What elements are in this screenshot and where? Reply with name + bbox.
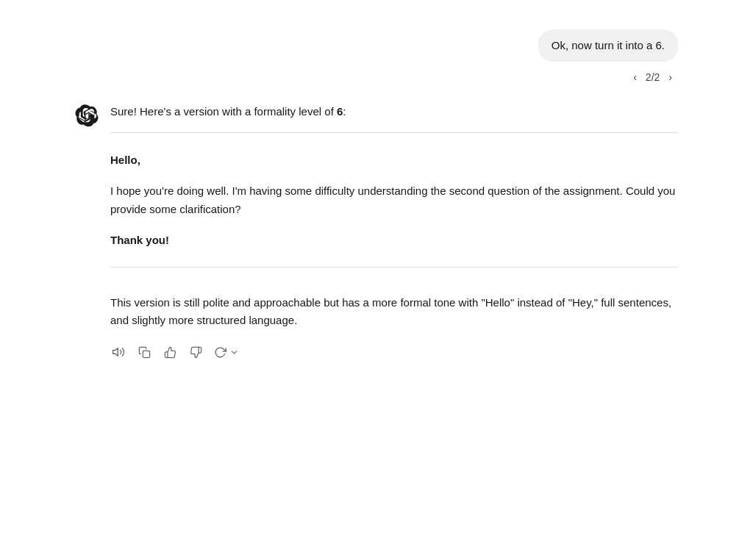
copy-icon [138,346,151,359]
bottom-divider [110,267,678,268]
regenerate-icon [214,346,226,359]
speaker-icon [112,345,125,359]
action-icons-row [75,344,678,367]
user-message-row: Ok, now turn it into a 6. [75,15,678,62]
ai-intro-suffix: : [343,105,346,118]
thumbs-up-button[interactable] [163,345,178,360]
user-message-text: Ok, now turn it into a 6. [552,39,665,51]
chat-container: Ok, now turn it into a 6. ‹ 2/2 › Sure! … [46,0,707,382]
letter-content: Hello, I hope you're doing well. I'm hav… [110,145,678,255]
copy-button[interactable] [137,345,152,360]
ai-avatar [75,104,99,128]
ai-content: Sure! Here's a version with a formality … [110,103,678,279]
ai-intro-text: Sure! Here's a version with a formality … [110,105,337,118]
ai-message-row: Sure! Here's a version with a formality … [75,103,678,279]
speaker-button[interactable] [110,344,126,360]
letter-body: I hope you're doing well. I'm having som… [110,182,678,219]
pagination-prev-button[interactable]: ‹ [630,70,640,85]
top-divider [110,132,678,133]
ai-intro: Sure! Here's a version with a formality … [110,103,678,121]
pagination-indicator: 2/2 [646,69,660,85]
pagination-row: ‹ 2/2 › [75,69,678,85]
thumbs-down-button[interactable] [188,345,204,360]
letter-closing: Thank you! [110,231,678,250]
svg-marker-0 [113,348,118,356]
thumbs-up-icon [164,346,176,359]
user-bubble: Ok, now turn it into a 6. [538,29,678,62]
regenerate-button[interactable] [214,346,239,359]
svg-rect-1 [143,351,149,357]
pagination-next-button[interactable]: › [665,70,675,85]
explanation-text: This version is still polite and approac… [75,294,678,329]
chevron-down-icon [229,348,239,357]
thumbs-down-icon [190,346,202,359]
letter-greeting: Hello, [110,151,678,170]
